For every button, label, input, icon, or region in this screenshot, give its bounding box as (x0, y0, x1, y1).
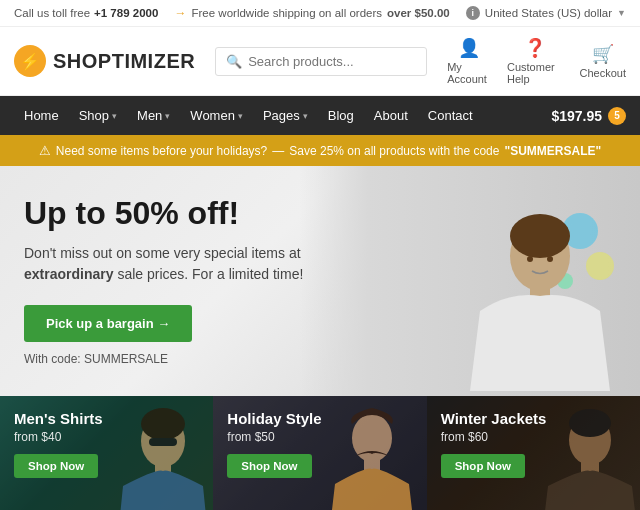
chevron-down-icon: ▾ (303, 111, 308, 121)
region-label: United States (US) dollar (485, 7, 612, 19)
chevron-down-icon: ▼ (617, 8, 626, 18)
product-card-holiday-style[interactable]: Holiday Style from $50 Shop Now (213, 396, 426, 510)
region-section[interactable]: i United States (US) dollar ▼ (466, 6, 626, 20)
nav-item-about[interactable]: About (364, 96, 418, 135)
nav-items: Home Shop ▾ Men ▾ Women ▾ Pages ▾ Blog A… (14, 96, 483, 135)
info-icon: i (466, 6, 480, 20)
header: ⚡ SHOPTIMIZER 🔍 👤 My Account ❓ Customer … (0, 27, 640, 96)
logo-text: SHOPTIMIZER (53, 50, 195, 73)
shop-now-button-holiday[interactable]: Shop Now (227, 454, 311, 478)
nav-item-contact[interactable]: Contact (418, 96, 483, 135)
svg-rect-12 (149, 438, 177, 446)
hero-subtitle: Don't miss out on some very special item… (24, 243, 616, 285)
nav-item-shop[interactable]: Shop ▾ (69, 96, 127, 135)
card-person-svg (317, 396, 427, 510)
warning-icon: ⚠ (39, 143, 51, 158)
shop-now-button-winter[interactable]: Shop Now (441, 454, 525, 478)
phone-section: Call us toll free +1 789 2000 (14, 7, 158, 19)
hero-code: With code: SUMMERSALE (24, 352, 616, 366)
customer-help-action[interactable]: ❓ Customer Help (507, 37, 564, 85)
card-person-svg (103, 396, 213, 510)
card-from: from $50 (227, 430, 321, 444)
product-card-winter-jackets[interactable]: Winter Jackets from $60 Shop Now (427, 396, 640, 510)
logo-icon: ⚡ (14, 45, 46, 77)
svg-point-10 (141, 408, 185, 440)
nav: Home Shop ▾ Men ▾ Women ▾ Pages ▾ Blog A… (0, 96, 640, 135)
search-icon: 🔍 (226, 54, 242, 69)
hero-section: Up to 50% off! Don't miss out on some ve… (0, 166, 640, 396)
promo-code: "SUMMERSALE" (504, 144, 601, 158)
nav-item-home[interactable]: Home (14, 96, 69, 135)
nav-item-men[interactable]: Men ▾ (127, 96, 180, 135)
cart-total-section[interactable]: $197.95 5 (551, 107, 626, 125)
product-card-mens-shirts[interactable]: Men's Shirts from $40 Shop Now (0, 396, 213, 510)
hero-cta-button[interactable]: Pick up a bargain → (24, 305, 192, 342)
promo-text1: Need some items before your holidays? (56, 144, 267, 158)
shipping-section: → Free worldwide shipping on all orders … (175, 6, 450, 20)
card-title: Men's Shirts (14, 410, 103, 427)
card-person-svg (530, 396, 640, 510)
chevron-down-icon: ▾ (112, 111, 117, 121)
product-cards: Men's Shirts from $40 Shop Now Holiday S… (0, 396, 640, 510)
checkout-label: Checkout (580, 67, 626, 79)
card-content-mens-shirts: Men's Shirts from $40 Shop Now (14, 410, 103, 478)
svg-point-16 (569, 409, 611, 437)
top-bar: Call us toll free +1 789 2000 → Free wor… (0, 0, 640, 27)
card-content-winter-jackets: Winter Jackets from $60 Shop Now (441, 410, 547, 478)
logo[interactable]: ⚡ SHOPTIMIZER (14, 45, 195, 77)
shipping-text: Free worldwide shipping on all orders (192, 7, 383, 19)
chevron-down-icon: ▾ (165, 111, 170, 121)
card-title: Holiday Style (227, 410, 321, 427)
checkout-action[interactable]: 🛒 Checkout (580, 43, 626, 79)
customer-help-label: Customer Help (507, 61, 564, 85)
nav-item-pages[interactable]: Pages ▾ (253, 96, 318, 135)
shipping-arrow: → (175, 6, 187, 20)
hero-title: Up to 50% off! (24, 196, 616, 231)
help-icon: ❓ (524, 37, 546, 59)
lightning-icon: ⚡ (20, 52, 41, 71)
shipping-over: over $50.00 (387, 7, 450, 19)
card-content-holiday-style: Holiday Style from $50 Shop Now (227, 410, 321, 478)
my-account-label: My Account (447, 61, 491, 85)
account-icon: 👤 (458, 37, 480, 59)
header-actions: 👤 My Account ❓ Customer Help 🛒 Checkout (447, 37, 626, 85)
chevron-down-icon: ▾ (238, 111, 243, 121)
card-from: from $40 (14, 430, 103, 444)
checkout-icon: 🛒 (592, 43, 614, 65)
shop-now-button-mens[interactable]: Shop Now (14, 454, 98, 478)
phone-number: +1 789 2000 (94, 7, 158, 19)
card-from: from $60 (441, 430, 547, 444)
hero-content: Up to 50% off! Don't miss out on some ve… (0, 166, 640, 396)
promo-separator: — (272, 144, 284, 158)
nav-item-blog[interactable]: Blog (318, 96, 364, 135)
search-bar[interactable]: 🔍 (215, 47, 427, 76)
nav-item-women[interactable]: Women ▾ (180, 96, 253, 135)
phone-label: Call us toll free (14, 7, 90, 19)
promo-bar: ⚠ Need some items before your holidays? … (0, 135, 640, 166)
my-account-action[interactable]: 👤 My Account (447, 37, 491, 85)
svg-rect-14 (364, 458, 380, 470)
cart-count: 5 (608, 107, 626, 125)
cart-total: $197.95 (551, 108, 602, 124)
promo-text2: Save 25% on all products with the code (289, 144, 499, 158)
search-input[interactable] (248, 54, 416, 69)
card-title: Winter Jackets (441, 410, 547, 427)
